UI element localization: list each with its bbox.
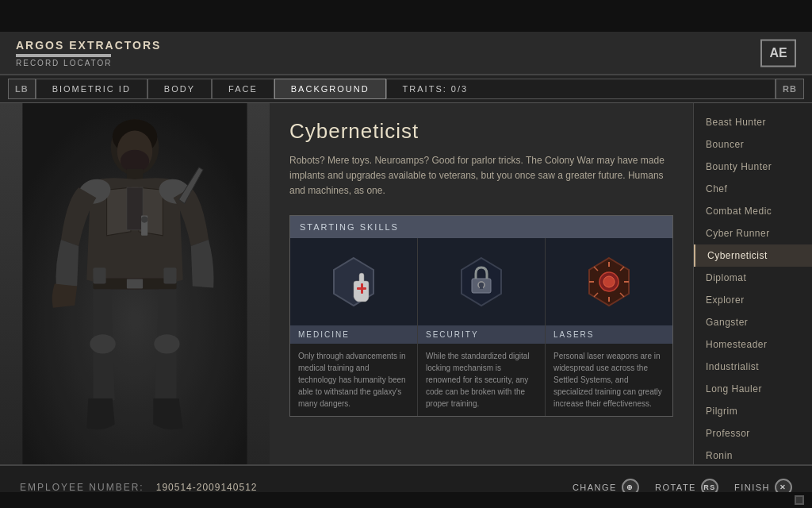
sidebar-item-long-hauler[interactable]: Long Hauler	[694, 378, 812, 400]
nav-right-btn[interactable]: RB	[776, 79, 804, 99]
sidebar-item-combat-medic[interactable]: Combat Medic	[694, 200, 812, 222]
character-view	[0, 103, 270, 464]
employee-label: EMPLOYEE NUMBER:	[20, 482, 144, 493]
tab-face[interactable]: FACE	[212, 79, 274, 99]
org-title: ARGOS EXTRACTORS	[16, 39, 161, 52]
svg-point-26	[603, 276, 615, 287]
skill-name-lasers: LASERS	[546, 325, 672, 344]
main-content: Cyberneticist Robots? Mere toys. Neuroam…	[0, 103, 812, 464]
sidebar-item-bounty-hunter[interactable]: Bounty Hunter	[694, 156, 812, 178]
tab-background[interactable]: BACKGROUND	[274, 79, 386, 99]
skill-icon-lasers	[546, 238, 672, 325]
org-subtitle: RECORD LOCATOR	[16, 59, 161, 67]
background-title: Cyberneticist	[289, 119, 673, 144]
sidebar-item-cyber-runner[interactable]: Cyber Runner	[694, 222, 812, 244]
skill-card-medicine: MEDICINE Only through advancements in me…	[290, 238, 418, 416]
employee-number: 190514-2009140512	[156, 482, 258, 493]
sidebar-item-ronin[interactable]: Ronin	[694, 444, 812, 464]
sidebar-item-homesteader[interactable]: Homesteader	[694, 333, 812, 356]
background-desc: Robots? Mere toys. Neuroamps? Good for p…	[289, 153, 670, 199]
sidebar-item-explorer[interactable]: Explorer	[694, 289, 812, 311]
skills-section: STARTING SKILLS	[289, 215, 673, 417]
rotate-label: ROTATE	[655, 483, 696, 492]
skill-desc-medicine: Only through advancements in medical tra…	[290, 344, 417, 416]
sidebar-item-pilgrim[interactable]: Pilgrim	[694, 400, 812, 422]
sidebar-item-gangster[interactable]: Gangster	[694, 311, 812, 333]
header: ARGOS EXTRACTORS RECORD LOCATOR AE	[0, 32, 812, 75]
sidebar-item-beast-hunter[interactable]: Beast Hunter	[694, 111, 812, 133]
finish-label: FINISH	[734, 483, 770, 492]
skill-icon-medicine	[290, 238, 417, 325]
skill-desc-lasers: Personal laser weapons are in widespread…	[546, 344, 672, 416]
progress-bar	[16, 54, 111, 57]
sidebar-item-chef[interactable]: Chef	[694, 178, 812, 200]
tab-biometric[interactable]: BIOMETRIC ID	[36, 79, 147, 99]
taskbar-square-icon	[795, 495, 804, 505]
sidebar-item-bouncer[interactable]: Bouncer	[694, 133, 812, 156]
character-silhouette	[0, 103, 270, 464]
skills-header: STARTING SKILLS	[290, 216, 672, 238]
header-org: ARGOS EXTRACTORS RECORD LOCATOR	[0, 39, 161, 67]
nav-left-btn[interactable]: LB	[8, 79, 36, 99]
skill-icon-security	[418, 238, 545, 325]
tab-body[interactable]: BODY	[147, 79, 212, 99]
svg-rect-19	[361, 283, 363, 294]
sidebar-item-diplomat[interactable]: Diplomat	[694, 267, 812, 289]
skill-name-security: SECURITY	[418, 325, 545, 344]
skills-grid: MEDICINE Only through advancements in me…	[290, 238, 672, 416]
skill-name-medicine: MEDICINE	[290, 325, 417, 344]
backgrounds-list: Beast HunterBouncerBounty HunterChefComb…	[693, 103, 812, 464]
skill-card-security: SECURITY While the standardized digital …	[418, 238, 546, 416]
skill-desc-security: While the standardized digital locking m…	[418, 344, 545, 416]
change-label: CHANGE	[573, 483, 617, 492]
svg-rect-16	[22, 103, 247, 464]
top-taskbar	[0, 0, 812, 32]
header-logo: AE	[760, 39, 796, 67]
tab-traits[interactable]: TRAITS: 0/3	[386, 79, 776, 99]
sidebar-item-professor[interactable]: Professor	[694, 422, 812, 444]
nav-tabs: LB BIOMETRIC ID BODY FACE BACKGROUND TRA…	[0, 75, 812, 103]
svg-rect-23	[480, 285, 483, 289]
info-panel: Cyberneticist Robots? Mere toys. Neuroam…	[270, 103, 693, 464]
sidebar-item-cyberneticist[interactable]: Cyberneticist	[694, 244, 812, 267]
skill-card-lasers: LASERS Personal laser weapons are in wid…	[546, 238, 672, 416]
taskbar-bottom	[0, 492, 812, 508]
sidebar-item-industrialist[interactable]: Industrialist	[694, 356, 812, 378]
